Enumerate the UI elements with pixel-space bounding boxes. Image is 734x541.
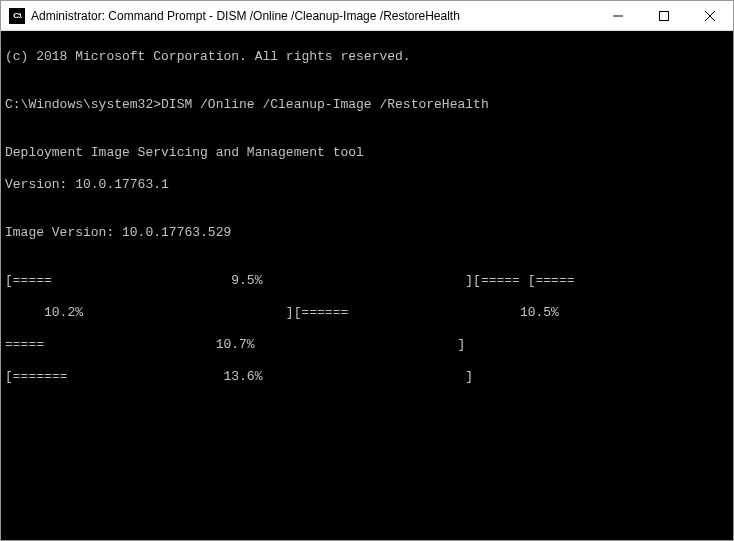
window-titlebar: C:\ Administrator: Command Prompt - DISM… — [1, 1, 733, 31]
maximize-icon — [659, 11, 669, 21]
console-line: C:\Windows\system32>DISM /Online /Cleanu… — [5, 97, 729, 113]
watermark-text: wsxdn.com — [680, 528, 730, 539]
console-line: [===== 9.5% ][===== [===== — [5, 273, 729, 289]
cmd-icon: C:\ — [9, 8, 25, 24]
console-line: Image Version: 10.0.17763.529 — [5, 225, 729, 241]
svg-rect-1 — [660, 11, 669, 20]
console-line: [======= 13.6% ] — [5, 369, 729, 385]
console-line: Deployment Image Servicing and Managemen… — [5, 145, 729, 161]
close-button[interactable] — [687, 1, 733, 30]
minimize-button[interactable] — [595, 1, 641, 30]
console-line: (c) 2018 Microsoft Corporation. All righ… — [5, 49, 729, 65]
console-line: Version: 10.0.17763.1 — [5, 177, 729, 193]
close-icon — [705, 11, 715, 21]
console-line: 10.2% ][====== 10.5% [= — [5, 305, 729, 321]
minimize-icon — [613, 11, 623, 21]
console-output[interactable]: (c) 2018 Microsoft Corporation. All righ… — [1, 31, 733, 540]
console-line: ===== 10.7% ] — [5, 337, 729, 353]
window-controls — [595, 1, 733, 30]
maximize-button[interactable] — [641, 1, 687, 30]
window-title: Administrator: Command Prompt - DISM /On… — [31, 9, 595, 23]
